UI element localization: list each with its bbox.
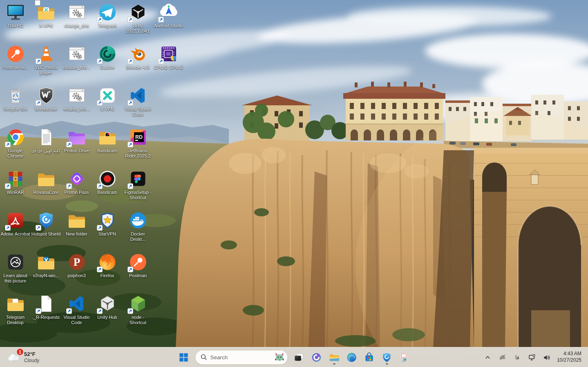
- desktop-icon-recycle-bin[interactable]: Recycle Bin: [0, 86, 31, 112]
- shortcut-arrow-icon: [66, 142, 72, 147]
- desktop-icon-label: Google Chrome: [0, 148, 31, 159]
- desktop-icon-grid: This PCX-VPNchange_dnsTelegramUnity 2022…: [0, 0, 196, 347]
- taskbar-hotspot-shield-button[interactable]: [379, 349, 395, 365]
- weather-widget[interactable]: 1 52°F Cloudy: [4, 347, 42, 367]
- desktop-icon-docker-desktop[interactable]: Docker Deskt...: [123, 211, 153, 242]
- taskbar-snipping-app-button[interactable]: [396, 349, 413, 365]
- desktop-icon-vlc-media-player[interactable]: VLC media player: [31, 44, 61, 76]
- shortcut-arrow-icon: [5, 225, 11, 231]
- desktop-icon-label: Bandicam: [92, 190, 123, 195]
- desktop-icon-unity-hub[interactable]: Unity Hub: [92, 294, 123, 320]
- desktop-icon-proton-drive[interactable]: Proton Drive: [61, 127, 92, 153]
- volume-button[interactable]: [540, 350, 554, 365]
- desktop-icon-x-vpn-folder[interactable]: X-VPN: [31, 2, 61, 29]
- shortcut-arrow-icon: [127, 58, 133, 64]
- desktop-icon-psiphon3[interactable]: Ppsiphon3: [61, 252, 92, 278]
- desktop-icon-blender[interactable]: Blender 4.5: [123, 44, 153, 70]
- desktop-icon-google-chrome[interactable]: Google Chrome: [0, 127, 31, 159]
- desktop-icon-visual-studio-code[interactable]: Visual Studio Code: [123, 86, 153, 118]
- learn-picture-icon: [6, 252, 25, 272]
- shortcut-arrow-icon: [127, 308, 133, 314]
- taskbar-microsoft-store-button[interactable]: [361, 349, 378, 365]
- recycle-icon: [6, 86, 25, 105]
- desktop-icon-postman-installer[interactable]: Postman-w...: [0, 44, 31, 70]
- search-icon: [201, 354, 207, 360]
- shortcut-arrow-icon: [97, 308, 103, 314]
- onedrive-status-button[interactable]: [496, 350, 510, 365]
- desktop-icon-node-shortcut[interactable]: node - Shortcut: [123, 294, 153, 326]
- desktop-icon-label: Unity 2022.1.24f1: [123, 23, 153, 34]
- clock-date: 10/27/2025: [557, 357, 581, 364]
- snip-icon: [399, 352, 410, 363]
- desktop-icon-label: Proton Drive: [61, 148, 92, 153]
- chevron-up-icon: [484, 354, 492, 361]
- desktop-icon-telegram[interactable]: Telegram: [92, 2, 123, 29]
- desktop-icon-label: enable_fire...: [61, 107, 92, 112]
- desktop-icon-android-studio[interactable]: Android Studio: [153, 2, 184, 29]
- search-input[interactable]: Search: [195, 350, 288, 365]
- desktop-icon-enable-firewall[interactable]: enable_fire...: [61, 86, 92, 112]
- desktop-icon-windscribe[interactable]: Windscribe: [31, 86, 61, 112]
- desktop-icon-openai-key-doc[interactable]: کلید اوپن ای آی: [31, 127, 61, 153]
- taskbar-task-view-button[interactable]: [291, 349, 307, 365]
- docker-icon: [128, 211, 148, 230]
- desktop-icon-disable-firewall[interactable]: disable_fire...: [61, 44, 92, 70]
- desktop-icon-jetbrains-rider[interactable]: RDJetBrains Rider 2025.2: [123, 127, 153, 159]
- shortcut-arrow-icon: [66, 308, 72, 314]
- desktop-icon-v2rayn[interactable]: v2rayN-win...: [31, 252, 61, 278]
- notification-badge: 1: [16, 348, 24, 356]
- weather-temperature: 52°F: [24, 351, 39, 358]
- desktop-icon-firefox[interactable]: Firefox: [92, 252, 123, 278]
- desktop-icon-label: X-VPN: [31, 23, 61, 29]
- desktop-icon-label: node - Shortcut: [123, 315, 153, 326]
- tray-chevron-button[interactable]: [481, 350, 495, 365]
- desktop-icon-this-pc[interactable]: This PC: [0, 2, 31, 29]
- desktop-icon-unity-2022[interactable]: Unity 2022.1.24f1: [123, 2, 153, 34]
- taskbar-edge-button[interactable]: [344, 349, 360, 365]
- taskbar-file-explorer-button[interactable]: [326, 349, 342, 365]
- network-button[interactable]: [525, 350, 539, 365]
- desktop-icon-x-vpn[interactable]: X-VPN: [92, 86, 123, 112]
- desktop-icon-label: This PC: [0, 23, 31, 29]
- taskbar-copilot-button[interactable]: [309, 349, 325, 365]
- desktop-icon-label: FigmaSetup - Shortcut: [123, 190, 153, 201]
- desktop-icon-telegram-desktop[interactable]: Telegram Desktop: [0, 294, 31, 326]
- creature-icon: [274, 352, 285, 363]
- desktop-icon-postman[interactable]: Postman: [123, 252, 153, 278]
- desktop-icon-winrar[interactable]: WinRAR: [0, 169, 31, 195]
- desktop-icon-rovanacore[interactable]: RovanaCore: [31, 169, 61, 195]
- desktop-icon-proton-pass[interactable]: Proton Pass: [61, 169, 92, 195]
- shortcut-arrow-icon: [97, 183, 103, 189]
- desktop-icon-adobe-acrobat[interactable]: Adobe Acrobat: [0, 211, 31, 237]
- desktop-icon-cpuid-cpu-z[interactable]: CPUID CPU-Z: [153, 44, 184, 70]
- desktop-icon-label: Postman-w...: [0, 65, 31, 70]
- desktop-icon-bandicam[interactable]: Bandicam: [92, 169, 123, 195]
- desktop-icon-r-requests[interactable]: ._R-Requests: [31, 294, 61, 320]
- shortcut-arrow-icon: [36, 58, 41, 64]
- desktop-icon-new-folder[interactable]: New folder: [61, 211, 92, 237]
- desktop-icon-label: CPUID CPU-Z: [153, 65, 184, 70]
- desktop-icon-label: Postman: [123, 273, 153, 278]
- desktop-icon-starvpn[interactable]: StarVPN: [92, 211, 123, 237]
- shortcut-arrow-icon: [158, 17, 164, 22]
- desktop-icon-outline[interactable]: Outline: [92, 44, 123, 70]
- desktop-icon-label: StarVPN: [92, 231, 123, 237]
- desktop-icon-label: Unity Hub: [92, 315, 123, 320]
- language-indicator[interactable]: فا: [510, 350, 524, 365]
- svg-text:RD: RD: [135, 134, 143, 140]
- shortcut-arrow-icon: [36, 225, 41, 231]
- language-code: فا: [513, 354, 522, 360]
- desktop-icon-change-dns[interactable]: change_dns: [61, 2, 92, 29]
- desktop-icon-bandicam-folder[interactable]: Bandicam: [92, 127, 123, 153]
- clock[interactable]: 4:43 AM 10/27/2025: [554, 351, 585, 363]
- selection-checkbox[interactable]: [35, 0, 40, 6]
- desktop-icon-hotspot-shield[interactable]: Hotspot Shield: [31, 211, 61, 237]
- desktop-icon-visual-studio-code-2[interactable]: Visual Studio Code: [61, 294, 92, 326]
- running-indicator: [386, 363, 388, 365]
- start-button[interactable]: [176, 349, 192, 365]
- desktop-icon-learn-about-picture[interactable]: Learn about this picture: [0, 252, 31, 284]
- desktop-icon-label: New folder: [61, 231, 92, 237]
- shortcut-arrow-icon: [36, 308, 41, 314]
- folder-icon: [67, 211, 87, 230]
- desktop-icon-figma-setup[interactable]: FigmaSetup - Shortcut: [123, 169, 153, 201]
